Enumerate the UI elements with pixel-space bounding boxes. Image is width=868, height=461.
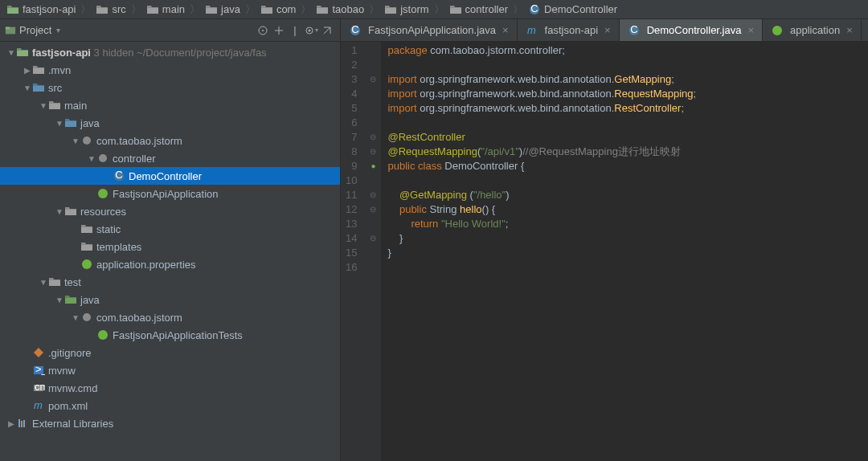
project-panel-title[interactable]: Project ▾: [5, 24, 255, 36]
tree-node[interactable]: ▼java: [0, 114, 340, 132]
breadcrumb-item[interactable]: main: [143, 3, 188, 15]
svg-point-15: [309, 29, 311, 31]
breadcrumb-separator: 〉: [299, 2, 313, 17]
editor-tabs: CFastjsonApiApplication.java×mfastjson-a…: [341, 19, 868, 42]
svg-rect-0: [7, 8, 18, 14]
svg-rect-28: [81, 245, 92, 251]
tree-node[interactable]: FastjsonApiApplicationTests: [0, 326, 340, 344]
close-icon[interactable]: ×: [747, 24, 754, 36]
close-icon[interactable]: ×: [502, 24, 509, 36]
project-tree: ▼fastjson-api 3 hidden ~/Document/projec…: [0, 42, 340, 461]
svg-rect-39: [18, 419, 20, 427]
svg-point-21: [83, 137, 91, 145]
svg-text:m: m: [527, 25, 536, 36]
breadcrumb-item[interactable]: CDemoController: [525, 3, 620, 15]
svg-rect-2: [147, 8, 158, 14]
tree-node[interactable]: cmdmvnw.cmd: [0, 379, 340, 397]
tree-node[interactable]: >_mvnw: [0, 361, 340, 379]
editor-tab[interactable]: application×: [763, 19, 862, 41]
breadcrumb-item[interactable]: com: [257, 3, 300, 15]
svg-rect-19: [49, 104, 60, 109]
svg-rect-6: [385, 8, 396, 14]
breadcrumb-item[interactable]: fastjson-api: [3, 3, 79, 15]
svg-point-29: [82, 259, 92, 269]
breadcrumb-item[interactable]: jstorm: [381, 3, 432, 15]
breadcrumb-bar: fastjson-api〉src〉main〉java〉com〉taobao〉js…: [0, 0, 868, 19]
svg-rect-26: [65, 210, 76, 215]
svg-point-13: [262, 30, 264, 31]
breadcrumb-item[interactable]: java: [202, 3, 244, 15]
svg-rect-11: [6, 27, 10, 29]
project-sidebar: Project ▾ | ▾ ▼fastjson-api 3 hidden ~/D…: [0, 19, 341, 461]
tree-node[interactable]: .gitignore: [0, 344, 340, 361]
target-icon[interactable]: [255, 22, 271, 39]
editor-tab[interactable]: mfastjson-api×: [518, 19, 620, 41]
svg-rect-41: [23, 420, 25, 427]
breadcrumb-separator: 〉: [79, 2, 92, 17]
breadcrumb-separator: 〉: [367, 2, 381, 17]
svg-rect-31: [65, 298, 76, 304]
breadcrumb-separator: 〉: [244, 2, 257, 17]
collapse-icon[interactable]: [271, 22, 287, 39]
svg-point-25: [98, 189, 108, 198]
svg-text:C: C: [530, 4, 538, 14]
tree-node[interactable]: ▼main: [0, 96, 340, 114]
svg-rect-17: [33, 68, 44, 74]
svg-point-22: [99, 154, 107, 162]
svg-text:C: C: [115, 170, 122, 181]
breadcrumb-separator: 〉: [129, 2, 143, 17]
gear-icon[interactable]: ▾: [303, 22, 319, 39]
tree-node[interactable]: templates: [0, 238, 340, 255]
tree-node[interactable]: application.properties: [0, 255, 340, 273]
tree-node[interactable]: ▼src: [0, 79, 340, 96]
svg-text:>_: >_: [35, 365, 45, 375]
code-editor[interactable]: 12345678910111213141516 ⊖⊖⊖●⊖⊖⊖ package …: [341, 42, 868, 461]
tree-node[interactable]: CDemoController: [0, 167, 340, 185]
tree-node[interactable]: ▼java: [0, 291, 340, 308]
breadcrumb-separator: 〉: [511, 2, 525, 17]
tree-node[interactable]: static: [0, 220, 340, 238]
close-icon[interactable]: ×: [604, 24, 611, 36]
svg-rect-4: [261, 8, 272, 14]
tree-node[interactable]: ▼com.taobao.jstorm: [0, 308, 340, 326]
gutter-icons: ⊖⊖⊖●⊖⊖⊖: [365, 42, 381, 461]
svg-rect-5: [317, 8, 328, 14]
editor-tab[interactable]: CFastjsonApiApplication.java×: [341, 19, 518, 41]
svg-rect-20: [65, 121, 76, 127]
tree-node[interactable]: ▼resources: [0, 202, 340, 220]
svg-rect-16: [17, 51, 28, 56]
tree-node[interactable]: ▼com.taobao.jstorm: [0, 132, 340, 149]
svg-point-32: [83, 313, 91, 321]
svg-point-47: [772, 26, 782, 35]
breadcrumb-item[interactable]: controller: [446, 3, 511, 15]
breadcrumb-separator: 〉: [432, 2, 446, 17]
svg-text:m: m: [34, 400, 43, 411]
tree-node[interactable]: ▶.mvn: [0, 61, 340, 79]
tree-node[interactable]: ▼fastjson-api 3 hidden ~/Document/projec…: [0, 43, 340, 61]
code-content[interactable]: package com.taobao.jstorm.controller; im…: [381, 42, 702, 461]
svg-rect-3: [206, 8, 217, 14]
svg-text:cmd: cmd: [35, 382, 45, 393]
breadcrumb-separator: 〉: [188, 2, 202, 17]
svg-rect-27: [81, 227, 92, 233]
svg-rect-1: [96, 8, 108, 14]
breadcrumb-item[interactable]: src: [92, 3, 129, 15]
svg-rect-40: [21, 421, 23, 427]
svg-rect-7: [450, 8, 461, 14]
editor-pane: CFastjsonApiApplication.java×mfastjson-a…: [341, 19, 868, 461]
tree-node[interactable]: mpom.xml: [0, 397, 340, 414]
tree-node[interactable]: ▶External Libraries: [0, 414, 340, 432]
tree-node[interactable]: FastjsonApiApplication: [0, 185, 340, 202]
tree-node[interactable]: ▼controller: [0, 149, 340, 167]
tree-node[interactable]: ▼test: [0, 273, 340, 291]
svg-text:C: C: [351, 25, 358, 35]
svg-point-33: [98, 330, 108, 340]
svg-rect-18: [33, 86, 44, 92]
hide-icon[interactable]: [319, 22, 335, 39]
svg-text:C: C: [630, 25, 637, 35]
line-gutter: 12345678910111213141516: [341, 42, 365, 461]
breadcrumb-item[interactable]: taobao: [313, 3, 367, 15]
project-panel-header: Project ▾ | ▾: [0, 19, 340, 42]
editor-tab[interactable]: CDemoController.java×: [620, 19, 763, 41]
close-icon[interactable]: ×: [846, 24, 853, 36]
